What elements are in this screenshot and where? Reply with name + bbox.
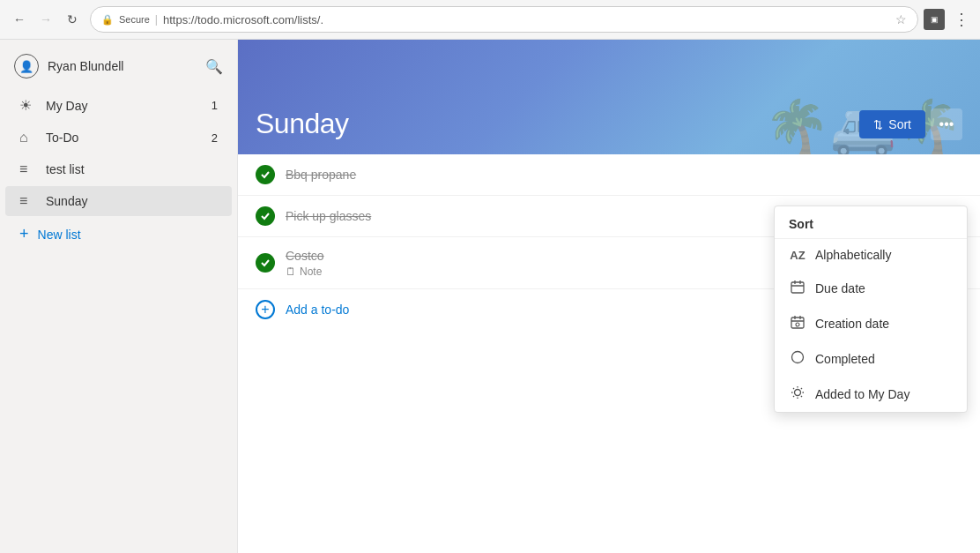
- sun-icon: ☀: [19, 97, 35, 114]
- sidebar-item-sunday-label: Sunday: [46, 194, 218, 208]
- checkmark-icon: [260, 211, 271, 221]
- svg-point-10: [795, 390, 801, 396]
- user-name: Ryan Blundell: [48, 59, 123, 73]
- svg-point-9: [792, 352, 804, 363]
- check-circle-2[interactable]: [256, 206, 275, 226]
- main-content: 🌴🚐🌴 Sunday ⇅ Sort •••: [238, 40, 980, 553]
- secure-label: Secure: [119, 14, 150, 25]
- sort-option-alphabetically-label: Alphabetically: [815, 248, 891, 262]
- sort-dropdown-header: Sort: [775, 206, 967, 239]
- ext-icon: ▣: [931, 15, 939, 24]
- svg-point-8: [796, 323, 799, 326]
- browser-chrome: ← → ↻ 🔒 Secure | https://todo.microsoft.…: [0, 0, 980, 40]
- more-options-button[interactable]: •••: [931, 108, 962, 140]
- home-icon: ⌂: [19, 130, 35, 146]
- user-row: 👤 Ryan Blundell 🔍: [0, 47, 237, 89]
- lock-icon: 🔒: [101, 14, 114, 26]
- sort-option-creation-date-label: Creation date: [815, 317, 889, 331]
- separator: |: [155, 13, 158, 26]
- sidebar-item-to-do[interactable]: ⌂ To-Do 2: [5, 123, 232, 153]
- new-list-label: New list: [38, 228, 81, 242]
- sidebar-item-sunday[interactable]: ≡ Sunday: [5, 186, 232, 216]
- checkmark-icon: [260, 258, 271, 268]
- sort-dropdown-title: Sort: [789, 217, 813, 231]
- check-circle-3[interactable]: [256, 253, 275, 273]
- sidebar-item-to-do-badge: 2: [204, 131, 218, 145]
- sort-icon: ⇅: [873, 118, 883, 131]
- new-list-item[interactable]: + New list: [5, 218, 232, 250]
- list-icon: ≡: [19, 161, 35, 177]
- sort-option-due-date-label: Due date: [815, 281, 865, 295]
- checkmark-icon: [260, 169, 271, 180]
- back-button[interactable]: ←: [7, 7, 32, 32]
- sidebar-item-to-do-label: To-Do: [46, 131, 193, 145]
- forward-button[interactable]: →: [33, 7, 58, 32]
- nav-buttons: ← → ↻: [7, 7, 85, 32]
- sidebar-item-my-day-badge: 1: [204, 99, 218, 112]
- url-text: https://todo.microsoft.com/lists/.: [163, 13, 890, 26]
- avatar-icon: 👤: [19, 60, 33, 73]
- sort-dropdown: Sort AZ Alphabetically Due date: [774, 206, 968, 413]
- task-text-1: Bbq propane: [286, 168, 356, 182]
- sort-option-added-to-my-day-label: Added to My Day: [815, 387, 909, 401]
- add-circle: +: [256, 300, 275, 319]
- address-bar[interactable]: 🔒 Secure | https://todo.microsoft.com/li…: [90, 6, 918, 33]
- add-todo-label: Add a to-do: [286, 303, 349, 317]
- task-content-1: Bbq propane: [286, 167, 962, 183]
- sort-button-label: Sort: [888, 117, 911, 131]
- add-icon: +: [19, 225, 29, 243]
- search-button[interactable]: 🔍: [205, 58, 223, 75]
- sort-option-creation-date[interactable]: Creation date: [775, 306, 967, 341]
- svg-line-15: [793, 388, 794, 389]
- svg-line-18: [793, 396, 794, 397]
- avatar: 👤: [14, 54, 39, 78]
- search-icon: 🔍: [205, 59, 223, 74]
- task-text-3: Costco: [286, 249, 324, 263]
- creation-date-icon: [789, 315, 806, 333]
- user-info: 👤 Ryan Blundell: [14, 54, 123, 78]
- sort-option-due-date[interactable]: Due date: [775, 271, 967, 306]
- reload-button[interactable]: ↻: [60, 7, 85, 32]
- az-icon: AZ: [789, 249, 806, 262]
- sidebar-item-test-list-label: test list: [46, 162, 193, 176]
- task-item[interactable]: Bbq propane: [238, 154, 980, 196]
- note-icon: 🗒: [286, 265, 296, 278]
- sort-option-alphabetically[interactable]: AZ Alphabetically: [775, 239, 967, 271]
- svg-line-17: [801, 388, 802, 389]
- bookmark-button[interactable]: ☆: [895, 12, 907, 26]
- extension-button[interactable]: ▣: [924, 9, 945, 30]
- sort-option-added-to-my-day[interactable]: Added to My Day: [775, 377, 967, 412]
- ellipsis-icon: •••: [939, 116, 954, 132]
- check-circle-1[interactable]: [256, 165, 275, 184]
- sort-option-completed[interactable]: Completed: [775, 341, 967, 377]
- calendar-icon: [789, 280, 806, 297]
- task-text-2: Pick up glasses: [286, 209, 371, 223]
- list-header: 🌴🚐🌴 Sunday ⇅ Sort •••: [238, 40, 980, 154]
- list-icon-sunday: ≡: [19, 193, 35, 209]
- note-text: Note: [300, 265, 322, 278]
- browser-menu-button[interactable]: ⋮: [950, 10, 973, 29]
- svg-line-16: [801, 396, 802, 397]
- sidebar: 👤 Ryan Blundell 🔍 ☀ My Day 1 ⌂ To-Do 2 ≡…: [0, 40, 238, 553]
- app-container: 👤 Ryan Blundell 🔍 ☀ My Day 1 ⌂ To-Do 2 ≡…: [0, 40, 980, 553]
- sidebar-item-test-list[interactable]: ≡ test list: [5, 154, 232, 184]
- svg-rect-0: [791, 282, 804, 293]
- sidebar-item-my-day[interactable]: ☀ My Day 1: [5, 90, 232, 121]
- sort-button[interactable]: ⇅ Sort: [859, 110, 925, 138]
- sort-option-completed-label: Completed: [815, 352, 875, 366]
- sidebar-item-my-day-label: My Day: [46, 99, 193, 113]
- list-title: Sunday: [256, 108, 859, 140]
- completed-icon: [789, 350, 806, 368]
- header-actions: ⇅ Sort •••: [859, 108, 962, 140]
- my-day-icon: [789, 385, 806, 403]
